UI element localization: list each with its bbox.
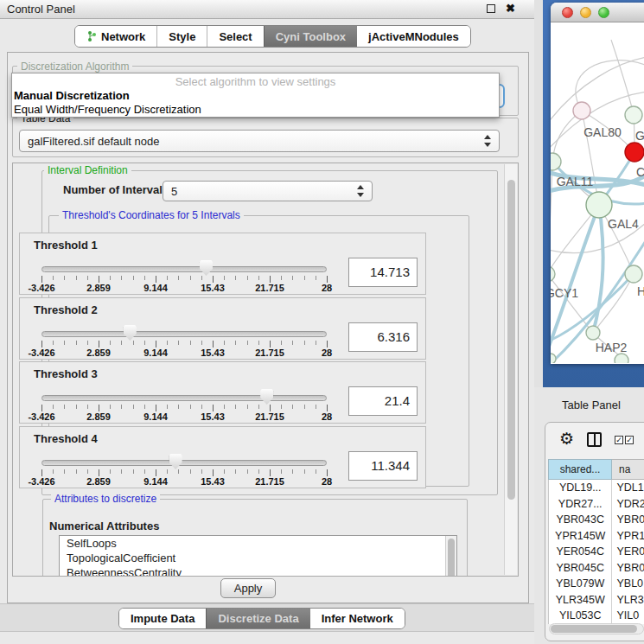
- float-window-icon[interactable]: [487, 4, 495, 13]
- cell-shared-name[interactable]: YIL053C: [549, 608, 612, 624]
- node-left-partial: [551, 354, 556, 363]
- threshold-3-value-field[interactable]: 21.4: [348, 386, 418, 416]
- network-window-titlebar: [551, 3, 644, 22]
- table-row[interactable]: YPR145WYPR1: [549, 528, 644, 545]
- cell-name[interactable]: YIL0: [612, 608, 644, 624]
- dropdown-option-manual[interactable]: Manual Discretization: [12, 89, 499, 103]
- close-icon[interactable]: ✖: [506, 4, 515, 13]
- threshold-1-slider-thumb[interactable]: [200, 260, 213, 276]
- cell-name[interactable]: YBR0: [612, 512, 644, 528]
- cell-shared-name[interactable]: YDR27...: [549, 496, 612, 513]
- attributes-group-title: Attributes to discretize: [51, 493, 160, 505]
- table-row[interactable]: YDR27...YDR2: [549, 496, 644, 513]
- tab-network[interactable]: Network: [75, 26, 156, 47]
- tab-discretize-data[interactable]: Discretize Data: [206, 609, 309, 628]
- network-graph: GAL80 GA C GAL11 GAL4 GCY1 H HAP2: [551, 22, 644, 363]
- table-row[interactable]: YBL079WYBL0: [549, 576, 644, 592]
- combo-arrows-icon: [481, 135, 494, 147]
- list-item[interactable]: TopologicalCoefficient: [60, 551, 456, 565]
- right-area: GAL80 GA C GAL11 GAL4 GCY1 H HAP2 Table …: [534, 0, 644, 644]
- node-label-c: C: [636, 165, 644, 179]
- column-header-name[interactable]: na: [612, 459, 644, 480]
- threshold-2-slider-thumb[interactable]: [124, 325, 137, 341]
- threshold-2-row: Threshold 2 -3.426 2.859 9.144 15.43 21.…: [19, 297, 426, 360]
- tab-select[interactable]: Select: [207, 26, 263, 47]
- table-row[interactable]: YBR043CYBR0: [549, 512, 644, 528]
- number-of-intervals-combobox[interactable]: 5: [163, 181, 373, 201]
- threshold-1-value-field[interactable]: 14.713: [348, 258, 418, 287]
- cell-name[interactable]: YBR0: [612, 560, 644, 577]
- gear-icon[interactable]: ⚙: [559, 429, 574, 449]
- numerical-attributes-list[interactable]: SelfLoops TopologicalCoefficient Between…: [59, 535, 457, 577]
- network-canvas[interactable]: GAL80 GA C GAL11 GAL4 GCY1 H HAP2: [551, 22, 644, 363]
- threshold-2-slider[interactable]: [41, 331, 327, 337]
- cell-name[interactable]: YER0: [612, 544, 644, 560]
- node-hap2: [586, 326, 600, 340]
- numerical-attributes-label: Numerical Attributes: [49, 520, 159, 532]
- network-desktop: GAL80 GA C GAL11 GAL4 GCY1 H HAP2: [543, 0, 644, 387]
- tab-style[interactable]: Style: [156, 26, 207, 47]
- top-tabbar: Network Style Select Cyni Toolbox jActiv…: [74, 25, 471, 48]
- table-row[interactable]: YER054CYER0: [549, 544, 644, 560]
- algorithm-dropdown-popup: Select algorithm to view settings Manual…: [11, 73, 500, 118]
- settings-scroll-container: Interval Definition Number of Intervals …: [12, 163, 519, 577]
- combo-arrows-icon: [354, 185, 367, 197]
- node-label-gal80: GAL80: [583, 125, 622, 139]
- cell-shared-name[interactable]: YDL19...: [549, 480, 612, 496]
- discretization-algorithm-title: Discretization Algorithm: [17, 61, 132, 73]
- cell-name[interactable]: YPR1: [612, 528, 644, 545]
- threshold-3-slider[interactable]: [41, 395, 327, 401]
- list-item[interactable]: BetweennessCentrality: [60, 565, 456, 577]
- node-label-h: H: [637, 284, 644, 298]
- table-data-value: galFiltered.sif default node: [20, 135, 481, 148]
- threshold-4-slider[interactable]: [41, 460, 327, 466]
- tab-infer-network[interactable]: Infer Network: [310, 609, 405, 628]
- node-label-ga: GA: [635, 129, 644, 143]
- cell-shared-name[interactable]: YER054C: [549, 544, 612, 560]
- cell-name[interactable]: YDL1: [612, 480, 644, 496]
- list-item[interactable]: SelfLoops: [60, 536, 456, 551]
- zoom-traffic-light-icon[interactable]: [598, 7, 609, 18]
- minimize-traffic-light-icon[interactable]: [580, 7, 591, 18]
- cell-shared-name[interactable]: YBR045C: [549, 560, 612, 577]
- cell-shared-name[interactable]: YBR043C: [549, 512, 612, 528]
- tab-jactivemnodules[interactable]: jActiveMNodules: [357, 26, 470, 47]
- tab-cyni-toolbox[interactable]: Cyni Toolbox: [264, 26, 357, 47]
- column-header-shared-name[interactable]: shared...: [548, 459, 612, 480]
- threshold-1-slider[interactable]: [41, 266, 327, 272]
- table-row[interactable]: YBR045CYBR0: [549, 560, 644, 577]
- table-row[interactable]: YDL19...YDL1: [549, 480, 644, 496]
- list-scrollbar[interactable]: [445, 536, 456, 577]
- number-of-intervals-value: 5: [163, 185, 354, 198]
- checkbox-icon[interactable]: ✓: [615, 436, 623, 444]
- node-gal4: [586, 192, 612, 218]
- table-horizontal-scrollbar[interactable]: [549, 623, 644, 634]
- cell-shared-name[interactable]: YPR145W: [549, 528, 612, 545]
- threshold-4-slider-thumb[interactable]: [169, 454, 182, 469]
- table-row[interactable]: YIL053CYIL0: [549, 608, 644, 624]
- settings-vertical-scrollbar[interactable]: [504, 164, 517, 575]
- thresholds-group-title: Threshold's Coordinates for 5 Intervals: [59, 209, 244, 221]
- cell-name[interactable]: YBL0: [612, 576, 644, 592]
- checkbox-icon[interactable]: ✓: [625, 436, 634, 444]
- cell-shared-name[interactable]: YBL079W: [549, 576, 612, 592]
- apply-button[interactable]: Apply: [220, 578, 276, 598]
- node-ga-partial: [625, 106, 642, 124]
- threshold-2-value-field[interactable]: 6.316: [348, 322, 418, 352]
- close-traffic-light-icon[interactable]: [562, 7, 573, 18]
- cell-name[interactable]: YDR2: [612, 496, 644, 513]
- tab-impute-data[interactable]: Impute Data: [119, 609, 206, 628]
- table-toolbar: ⚙ ✓ ✓: [545, 423, 644, 459]
- cell-shared-name[interactable]: YLR345W: [549, 592, 612, 609]
- table-row[interactable]: YLR345WYLR3: [549, 592, 644, 609]
- cell-name[interactable]: YLR3: [612, 592, 644, 609]
- dropdown-option-equal-width[interactable]: Equal Width/Frequency Discretization: [12, 103, 499, 117]
- threshold-3-row: Threshold 3 -3.426 2.859 9.144 15.43 21.…: [19, 361, 426, 424]
- table-data-combobox[interactable]: galFiltered.sif default node: [19, 130, 500, 152]
- threshold-3-slider-thumb[interactable]: [260, 389, 273, 405]
- node-table: shared... na YDL19...YDL1YDR27...YDR2YBR…: [548, 459, 644, 624]
- threshold-4-value-field[interactable]: 11.344: [348, 451, 418, 481]
- node-h-partial: [625, 265, 642, 283]
- columns-icon[interactable]: [587, 432, 602, 447]
- node-selected-red: [625, 143, 644, 162]
